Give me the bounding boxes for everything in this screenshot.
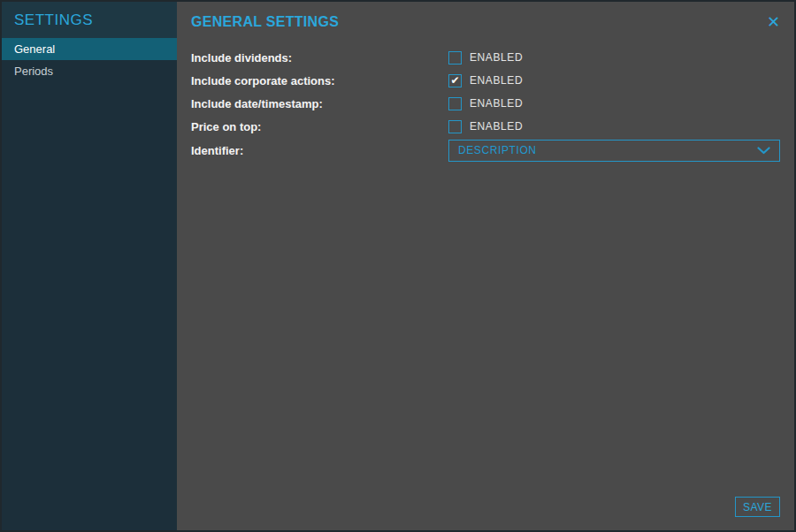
- check-icon: ✔: [450, 75, 459, 86]
- settings-row: Include dividends: ✔ ENABLED: [191, 46, 780, 69]
- save-button[interactable]: SAVE: [735, 497, 780, 517]
- field-control: ✔ ENABLED: [448, 74, 780, 87]
- sidebar-header: SETTINGS: [2, 2, 177, 38]
- settings-row: Identifier: DESCRIPTION: [191, 138, 780, 163]
- field-control: ✔ ENABLED: [448, 120, 780, 133]
- price-on-top-checkbox[interactable]: ✔: [448, 120, 462, 133]
- identifier-select-value: DESCRIPTION: [458, 144, 537, 156]
- field-control: DESCRIPTION: [448, 140, 780, 162]
- field-label: Identifier:: [191, 144, 448, 157]
- field-label: Include date/timestamp:: [191, 97, 448, 110]
- settings-row: Include date/timestamp: ✔ ENABLED: [191, 92, 780, 115]
- main-panel: GENERAL SETTINGS ✕ Include dividends: ✔ …: [177, 2, 794, 530]
- field-control: ✔ ENABLED: [448, 51, 780, 65]
- sidebar-item-label: Periods: [14, 65, 53, 78]
- field-label: Include corporate actions:: [191, 74, 448, 87]
- sidebar-title: SETTINGS: [14, 11, 93, 29]
- field-label: Include dividends:: [191, 51, 448, 65]
- include-dividends-checkbox[interactable]: ✔: [448, 51, 462, 65]
- page-title: GENERAL SETTINGS: [191, 14, 339, 30]
- chevron-down-icon: [757, 147, 770, 155]
- sidebar-item-label: General: [14, 42, 55, 56]
- identifier-select[interactable]: DESCRIPTION: [448, 140, 780, 162]
- sidebar-item-periods[interactable]: Periods: [2, 60, 177, 82]
- field-label: Price on top:: [191, 120, 448, 133]
- checkbox-label: ENABLED: [470, 97, 523, 110]
- sidebar: SETTINGS General Periods: [2, 2, 177, 530]
- checkbox-label: ENABLED: [470, 120, 523, 133]
- close-icon[interactable]: ✕: [767, 14, 780, 30]
- settings-dialog: SETTINGS General Periods GENERAL SETTING…: [0, 0, 796, 532]
- settings-row: Include corporate actions: ✔ ENABLED: [191, 69, 780, 92]
- field-control: ✔ ENABLED: [448, 97, 780, 110]
- settings-row: Price on top: ✔ ENABLED: [191, 115, 780, 138]
- include-corporate-actions-checkbox[interactable]: ✔: [448, 74, 462, 87]
- checkbox-label: ENABLED: [470, 51, 523, 64]
- main-header: GENERAL SETTINGS ✕: [191, 12, 780, 32]
- include-date-timestamp-checkbox[interactable]: ✔: [448, 97, 462, 110]
- sidebar-item-general[interactable]: General: [2, 38, 177, 60]
- checkbox-label: ENABLED: [470, 74, 523, 87]
